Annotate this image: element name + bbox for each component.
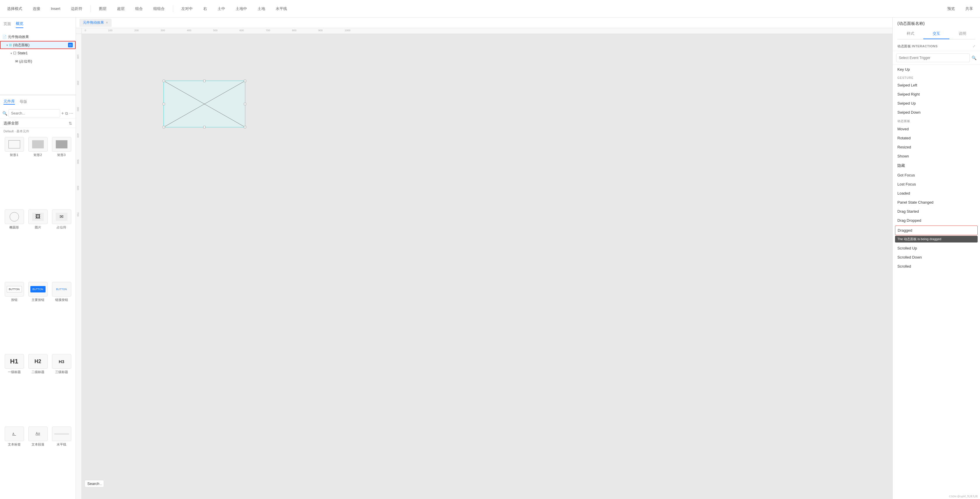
tab-style[interactable]: 样式	[897, 29, 923, 39]
event-moved[interactable]: Moved	[892, 124, 980, 134]
comp-h1[interactable]: H1 一级标题	[3, 354, 25, 424]
toolbar-horizontal[interactable]: 水平线	[273, 5, 290, 13]
event-drag-dropped[interactable]: Drag Dropped	[892, 216, 980, 225]
dp-handle-ml[interactable]	[163, 103, 165, 105]
tree-state1[interactable]: ▾ ☐ State1	[0, 49, 76, 57]
comp-circle[interactable]: 椭圆形	[3, 209, 25, 280]
canvas-dynamic-panel[interactable]	[164, 81, 245, 128]
canvas-container[interactable]: 0 100 200 300 400 500 600 700 800 900 10…	[76, 28, 892, 499]
toolbar-margin[interactable]: 边距符	[68, 5, 85, 13]
expand-interactions-icon[interactable]: ⤢	[973, 45, 975, 48]
dp-handle-tr[interactable]	[244, 80, 246, 82]
event-swiped-left[interactable]: Swiped Left	[892, 81, 980, 90]
toolbar-align-left[interactable]: 左对中	[179, 5, 195, 13]
copy-comp-icon[interactable]: ⧉	[65, 111, 68, 116]
toolbar-layer[interactable]: 图层	[97, 5, 109, 13]
tree-placeholder[interactable]: ✉ (占位符)	[0, 57, 76, 65]
comp-text-label[interactable]: A_ 文本标签	[3, 427, 25, 497]
toolbar-align-center[interactable]: 土中	[215, 5, 228, 13]
comp-primary-button[interactable]: BUTTON 主要按钮	[27, 282, 48, 352]
event-swiped-down[interactable]: Swiped Down	[892, 108, 980, 117]
comp-rect3[interactable]: 矩形3	[51, 137, 72, 207]
comp-link-button[interactable]: BUTTON 链接按钮	[51, 282, 72, 352]
event-dragged[interactable]: Dragged	[895, 226, 978, 235]
toolbar-align-right[interactable]: 右	[201, 5, 209, 13]
canvas-tab-label: 元件拖动效果	[83, 20, 104, 25]
right-panel: (动态面板名称) 样式 交互 说明 动态面板 INTERACTIONS ⤢ 🔍 …	[892, 18, 980, 499]
dp-handle-bm[interactable]	[203, 126, 205, 128]
add-comp-icon[interactable]: +	[61, 111, 64, 116]
comp-text-para[interactable]: A≡ 文本段落	[27, 427, 48, 497]
dp-handle-tm[interactable]	[203, 80, 205, 82]
dp-handle-tl[interactable]	[163, 80, 165, 82]
toolbar-super-layer[interactable]: 超层	[115, 5, 127, 13]
event-swiped-up[interactable]: Swiped Up	[892, 99, 980, 108]
comp-rect1[interactable]: 矩形1	[3, 137, 25, 207]
left-top-tabs: 页面 概览	[0, 18, 76, 30]
comp-h2[interactable]: H2 二级标题	[27, 354, 48, 424]
canvas-tab-close-icon[interactable]: ✕	[106, 21, 108, 24]
toolbar-share[interactable]: 共享	[963, 5, 975, 13]
tree-root[interactable]: 📄 元件拖动效果	[0, 33, 76, 41]
event-key-up[interactable]: Key Up	[892, 65, 980, 74]
toolbar-insert[interactable]: Insert	[48, 5, 63, 12]
tab-overview[interactable]: 概览	[16, 20, 23, 28]
tree-arrow-icon: ▾	[6, 43, 8, 47]
comp-rect2[interactable]: 矩形2	[27, 137, 48, 207]
comp-divider[interactable]: 水平线	[51, 427, 72, 497]
comp-divider-preview	[52, 427, 71, 441]
toolbar-group2[interactable]: 组组合	[151, 5, 167, 13]
event-drag-started[interactable]: Drag Started	[892, 207, 980, 216]
toolbar-select-mode[interactable]: 选择模式	[5, 5, 24, 13]
tab-pages[interactable]: 页面	[3, 20, 11, 28]
sort-icon[interactable]: ⇅	[68, 121, 72, 126]
toolbar-align-mid[interactable]: 土地中	[233, 5, 250, 13]
dp-handle-bl[interactable]	[163, 126, 165, 128]
canvas-content[interactable]: Search .	[82, 34, 892, 499]
event-hidden[interactable]: 隐藏	[892, 161, 980, 171]
comp-h3[interactable]: H3 三级标题	[51, 354, 72, 424]
comp-h2-label: 二级标题	[32, 370, 45, 374]
comp-image[interactable]: 图片	[27, 209, 48, 280]
comp-image-label: 图片	[35, 225, 41, 230]
comp-placeholder[interactable]: 占位符	[51, 209, 72, 280]
comp-lib-tab-library[interactable]: 元件库	[3, 99, 15, 105]
event-lost-focus[interactable]: Lost Focus	[892, 180, 980, 189]
comp-button[interactable]: BUTTON 按钮	[3, 282, 25, 352]
h1-shape: H1	[10, 357, 18, 365]
event-scrolled-down[interactable]: Scrolled Down	[892, 253, 980, 262]
event-got-focus[interactable]: Got Focus	[892, 171, 980, 180]
center-area: 元件拖动效果 ✕ 0 100 200 300 400 500 600 700 8…	[76, 18, 892, 499]
tab-explain[interactable]: 说明	[949, 29, 975, 39]
event-scrolled-up[interactable]: Scrolled Up	[892, 244, 980, 253]
comp-search-input[interactable]	[8, 109, 60, 118]
comp-text-label-preview: A_	[5, 427, 24, 441]
toolbar-group[interactable]: 组合	[133, 5, 145, 13]
toolbar-align-land[interactable]: 土地	[255, 5, 267, 13]
more-comp-icon[interactable]: ⋯	[69, 111, 73, 116]
dp-icon: ⊞	[9, 43, 12, 47]
event-rotated[interactable]: Rotated	[892, 134, 980, 143]
toolbar-connect[interactable]: 连接	[30, 5, 43, 13]
ruler-left-600: 600	[76, 186, 80, 190]
interactions-header: 动态面板 INTERACTIONS ⤢	[892, 42, 980, 51]
state1-icon: ☐	[13, 51, 16, 55]
tree-dynamic-panel[interactable]: ▾ ⊞ (动态面板) ⊡	[0, 41, 76, 49]
event-shown[interactable]: Shown	[892, 151, 980, 161]
dp-handle-br[interactable]	[244, 126, 246, 128]
event-resized[interactable]: Resized	[892, 143, 980, 151]
event-loaded[interactable]: Loaded	[892, 189, 980, 198]
canvas-tab-main[interactable]: 元件拖动效果 ✕	[80, 19, 111, 27]
event-list[interactable]: Key Up GESTURE Swiped Left Swiped Right …	[892, 65, 980, 499]
event-swiped-right[interactable]: Swiped Right	[892, 90, 980, 99]
dp-handle-mr[interactable]	[244, 103, 246, 105]
event-panel-state-changed[interactable]: Panel State Changed	[892, 198, 980, 207]
event-scrolled[interactable]: Scrolled	[892, 262, 980, 271]
ruler-mark-400: 400	[187, 29, 191, 32]
canvas-tab-bar: 元件拖动效果 ✕	[76, 18, 892, 28]
event-search-input[interactable]	[896, 53, 970, 62]
toolbar-preview[interactable]: 预览	[945, 5, 957, 13]
comp-lib-tab-master[interactable]: 母版	[19, 99, 27, 104]
tab-interact[interactable]: 交互	[923, 29, 949, 39]
default-category-label: Default · 基本元件	[0, 128, 76, 135]
